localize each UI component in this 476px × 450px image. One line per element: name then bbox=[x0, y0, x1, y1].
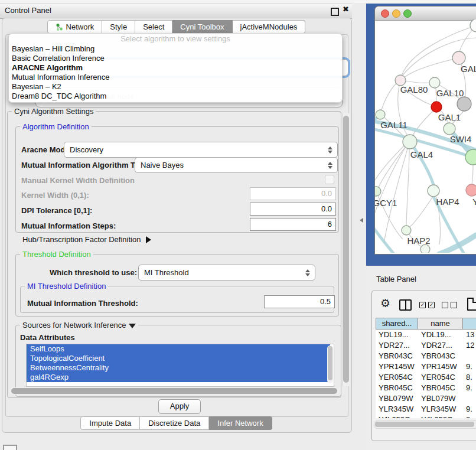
network-node-hap2[interactable] bbox=[402, 226, 411, 235]
network-window-titlebar[interactable] bbox=[374, 6, 476, 21]
data-attributes-list[interactable]: SelfLoopsTopologicalCoefficientBetweenne… bbox=[26, 344, 334, 387]
network-node-gal11[interactable] bbox=[376, 110, 385, 119]
column-header-shared[interactable]: shared... bbox=[376, 318, 418, 330]
tab-cyni-toolbox[interactable]: Cyni Toolbox bbox=[172, 20, 232, 34]
collapse-down-icon[interactable] bbox=[129, 324, 136, 328]
table-cell[interactable]: YBR045C bbox=[376, 383, 418, 393]
close-window-button[interactable] bbox=[381, 9, 389, 18]
table-cell[interactable] bbox=[463, 393, 476, 404]
network-node-gcy1[interactable] bbox=[375, 187, 381, 196]
mi-threshold-field[interactable]: 0.5 bbox=[264, 295, 335, 308]
unchecked-pair-icon[interactable] bbox=[442, 302, 457, 308]
network-node-gal4[interactable] bbox=[403, 135, 417, 149]
apply-button[interactable]: Apply bbox=[158, 399, 201, 414]
page-icon[interactable] bbox=[467, 298, 476, 311]
network-node-gal[interactable] bbox=[452, 51, 465, 64]
table-cell[interactable]: YJL052C bbox=[376, 415, 418, 418]
algorithm-option-aracne-algorithm[interactable]: ARACNE Algorithm bbox=[9, 63, 342, 73]
algorithm-option-mutual-information-inference[interactable]: Mutual Information Inference bbox=[9, 73, 342, 82]
minimize-window-button[interactable] bbox=[392, 9, 400, 18]
mi-type-combo[interactable]: Naive Bayes bbox=[135, 157, 338, 173]
table-cell[interactable]: 8. bbox=[463, 372, 476, 383]
settings-hscroll-thumb[interactable] bbox=[11, 388, 337, 394]
table-cell[interactable]: YDL19... bbox=[418, 330, 463, 340]
table-row[interactable]: YPR145WYPR145W9. bbox=[376, 361, 476, 372]
network-node[interactable] bbox=[457, 97, 471, 111]
column-header-name[interactable]: name bbox=[418, 318, 463, 330]
network-edge[interactable] bbox=[410, 197, 433, 227]
which-threshold-combo[interactable]: MI Threshold bbox=[138, 265, 315, 281]
mi-steps-field[interactable]: 6 bbox=[250, 218, 336, 231]
network-edge-highlighted[interactable] bbox=[375, 229, 394, 253]
network-edge[interactable] bbox=[472, 165, 473, 184]
network-node[interactable] bbox=[470, 19, 476, 32]
collapse-panel-arrow-icon[interactable] bbox=[360, 218, 363, 223]
network-edge[interactable] bbox=[382, 83, 396, 110]
network-edge[interactable] bbox=[406, 149, 409, 226]
zoom-window-button[interactable] bbox=[403, 9, 412, 18]
network-node-swi4[interactable] bbox=[444, 123, 455, 135]
tab-jactivemnodules[interactable]: jActiveMNodules bbox=[233, 20, 306, 34]
kernel-width-field[interactable]: 0.0 bbox=[250, 187, 336, 200]
table-cell[interactable]: YBR045C bbox=[418, 383, 463, 393]
table-cell[interactable]: 8 bbox=[463, 415, 476, 418]
table-row[interactable]: YBR045CYBR045C9. bbox=[376, 383, 476, 393]
network-node-hap4[interactable] bbox=[428, 185, 439, 197]
table-cell[interactable]: 12 bbox=[463, 340, 476, 351]
network-node[interactable] bbox=[420, 244, 430, 253]
tab-infer-network[interactable]: Infer Network bbox=[209, 416, 272, 430]
table-cell[interactable]: YER054C bbox=[376, 372, 418, 383]
algorithm-option-dream8-dc-tdc-algorithm[interactable]: Dream8 DC_TDC Algorithm bbox=[9, 92, 342, 101]
table-cell[interactable]: YLR345W bbox=[376, 404, 418, 415]
split-columns-icon[interactable] bbox=[399, 299, 412, 311]
table-cell[interactable]: YJL052C bbox=[418, 415, 463, 418]
table-row[interactable]: YLR345WYLR345W9. bbox=[376, 404, 476, 415]
network-edge[interactable] bbox=[405, 58, 459, 77]
checked-pair-icon[interactable]: ✓✓ bbox=[419, 302, 435, 308]
tab-discretize-data[interactable]: Discretize Data bbox=[140, 416, 209, 430]
manual-kernel-checkbox[interactable] bbox=[325, 175, 334, 184]
list-vertical-scrollbar[interactable] bbox=[327, 345, 333, 383]
column-header-partial[interactable] bbox=[463, 318, 476, 330]
float-panel-icon[interactable] bbox=[331, 8, 339, 16]
algorithm-option-bayesian-k2[interactable]: Bayesian – K2 bbox=[9, 82, 342, 92]
table-cell[interactable]: 13 bbox=[463, 330, 476, 340]
table-row[interactable]: YDR27...YDR27...12 bbox=[376, 340, 476, 351]
algorithm-option-basic-correlation-inference[interactable]: Basic Correlation Inference bbox=[9, 54, 342, 63]
table-cell[interactable]: YLR345W bbox=[418, 404, 463, 415]
close-panel-icon[interactable]: ✖ bbox=[343, 5, 349, 14]
attribute-item-betweennesscentrality[interactable]: BetweennessCentrality bbox=[27, 363, 330, 373]
table-cell[interactable]: YPR145W bbox=[376, 361, 418, 372]
aracne-mode-combo[interactable]: Discovery bbox=[64, 142, 338, 158]
table-hscroll-thumb[interactable] bbox=[375, 422, 474, 427]
table-row[interactable]: YBR043CYBR043C bbox=[376, 351, 476, 361]
tab-impute-data[interactable]: Impute Data bbox=[80, 416, 140, 430]
table-cell[interactable]: YBR043C bbox=[376, 351, 418, 361]
table-row[interactable]: YER054CYER054C8. bbox=[376, 372, 476, 383]
dpi-tolerance-field[interactable]: 0.0 bbox=[250, 203, 336, 216]
attribute-item-selfloops[interactable]: SelfLoops bbox=[27, 344, 330, 354]
attribute-item-topologicalcoefficient[interactable]: TopologicalCoefficient bbox=[27, 354, 330, 363]
network-node-gal1[interactable] bbox=[431, 102, 442, 112]
network-edge-highlighted[interactable] bbox=[439, 235, 476, 253]
gear-icon[interactable]: ⚙ bbox=[380, 297, 390, 309]
table-cell[interactable]: 9. bbox=[463, 361, 476, 372]
table-row[interactable]: YJL052CYJL052C8 bbox=[376, 415, 476, 418]
algorithm-option-bayesian-hill-climbing[interactable]: Bayesian – Hill Climbing bbox=[9, 44, 342, 54]
corner-widget-icon[interactable] bbox=[3, 445, 17, 450]
table-row[interactable]: YBL079WYBL079W bbox=[376, 393, 476, 404]
expand-right-icon[interactable] bbox=[146, 236, 151, 243]
table-cell[interactable]: YDL19... bbox=[376, 330, 418, 340]
table-cell[interactable]: YER054C bbox=[418, 372, 463, 383]
hub-definition-expander[interactable]: Hub/Transcription Factor Definition bbox=[22, 235, 151, 244]
table-cell[interactable]: 9. bbox=[463, 404, 476, 415]
table-cell[interactable]: YDR27... bbox=[376, 340, 418, 351]
table-row[interactable]: YDL19...YDL19...13 bbox=[376, 330, 476, 340]
table-cell[interactable]: YDR27... bbox=[418, 340, 463, 351]
table-cell[interactable]: YBL079W bbox=[376, 393, 418, 404]
tab-style[interactable]: Style bbox=[102, 20, 135, 34]
table-cell[interactable]: YBR043C bbox=[418, 351, 463, 361]
network-node-y[interactable] bbox=[466, 184, 476, 196]
table-cell[interactable]: YBL079W bbox=[418, 393, 463, 404]
table-cell[interactable]: 9. bbox=[463, 383, 476, 393]
